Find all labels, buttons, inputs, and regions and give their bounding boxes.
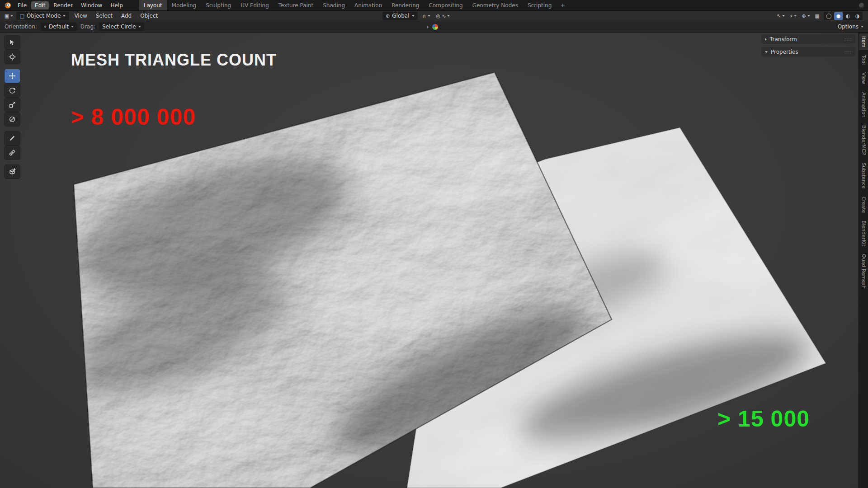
workspace-tab-layout[interactable]: Layout	[139, 0, 167, 10]
workspace-tab-scripting[interactable]: Scripting	[523, 0, 556, 10]
shading-wireframe-button[interactable]: ◯	[825, 12, 833, 20]
show-gizmo-dropdown[interactable]: ⌖	[789, 13, 797, 19]
tool-move-button[interactable]	[5, 69, 20, 83]
workspace-tab-compositing[interactable]: Compositing	[424, 0, 467, 10]
snap-toggle[interactable]: ∩	[422, 13, 431, 19]
sidebar-tab-animation[interactable]: Animation	[859, 89, 868, 120]
orientation-label: Orientation:	[5, 23, 37, 30]
drag-mode-dropdown[interactable]: Select Circle	[99, 23, 144, 31]
panel-transform-label: Transform	[770, 36, 797, 42]
orientation-default-value: Default	[49, 23, 69, 30]
mode-dropdown[interactable]: □ Object Mode	[16, 12, 69, 20]
annotation-title: MESH TRIANGLE COUNT	[71, 51, 277, 70]
tool-rotate-button[interactable]	[5, 84, 20, 97]
chevron-down-icon	[428, 15, 430, 17]
magnet-icon: ∩	[423, 14, 426, 19]
workspace-tab-geometry-nodes[interactable]: Geometry Nodes	[468, 0, 523, 10]
workspace-tab-texture-paint[interactable]: Texture Paint	[274, 0, 318, 10]
tool-annotate-button[interactable]	[5, 131, 20, 145]
workspace-tab-modeling[interactable]: Modeling	[167, 0, 201, 10]
chevron-down-icon	[10, 15, 13, 17]
blender-logo-icon[interactable]	[4, 1, 11, 9]
viewport-header: ▣ □ Object Mode View Select Add Object ⊕…	[0, 11, 868, 21]
menu-add[interactable]: Add	[118, 12, 135, 20]
tool-add-cube-button[interactable]	[5, 165, 20, 178]
menu-render[interactable]: Render	[50, 1, 76, 9]
object-visibility-dropdown[interactable]: ↖	[776, 13, 786, 19]
visibility-icon: ↖	[777, 14, 781, 19]
chevron-down-icon	[861, 26, 863, 28]
chevron-down-icon	[138, 26, 141, 28]
sidebar-tab-substance[interactable]: Substance	[859, 160, 868, 192]
orientation-default-dropdown[interactable]: ⌖ Default	[41, 23, 77, 31]
proportional-edit-icon: ◎	[436, 14, 441, 19]
panel-properties[interactable]: Properties ::::	[761, 47, 855, 56]
orientation-gizmo-icon: ⌖	[44, 24, 47, 29]
sidebar-tab-blendermcp[interactable]: BlenderMCP	[859, 122, 868, 158]
tool-settings-bar: Orientation: ⌖ Default Drag: Select Circ…	[0, 21, 868, 33]
chevron-down-icon	[794, 15, 797, 17]
menu-view[interactable]: View	[71, 12, 90, 20]
shading-rendered-button[interactable]: ◑	[853, 12, 862, 20]
sidebar-tab-quad-remesh[interactable]: Quad Remesh	[859, 251, 868, 291]
tool-scale-button[interactable]	[5, 98, 20, 112]
show-overlays-dropdown[interactable]: ⊚	[801, 13, 811, 19]
status-icon[interactable]	[859, 3, 864, 8]
measure-ruler-icon	[9, 149, 16, 156]
chevron-right-icon	[765, 38, 767, 41]
toolbar	[5, 36, 20, 178]
transform-icon	[9, 116, 16, 123]
collapsed-operator-panel[interactable]: ›	[426, 23, 438, 30]
editor-type-dropdown[interactable]: ▣	[4, 13, 14, 19]
tool-cursor-button[interactable]	[5, 50, 20, 64]
chevron-down-icon	[765, 51, 768, 53]
add-cube-icon	[9, 168, 16, 175]
sidebar-tab-create[interactable]: Create	[859, 194, 868, 216]
menu-select[interactable]: Select	[93, 12, 116, 20]
workspace-tabs: Layout Modeling Sculpting UV Editing Tex…	[139, 0, 569, 10]
workspace-tab-sculpting[interactable]: Sculpting	[201, 0, 236, 10]
chevron-down-icon	[63, 15, 66, 17]
workspace-tab-rendering[interactable]: Rendering	[387, 0, 424, 10]
panel-grip-icon[interactable]: ::::	[844, 37, 852, 42]
menu-edit[interactable]: Edit	[31, 1, 49, 9]
panel-transform[interactable]: Transform ::::	[761, 34, 855, 44]
orientation-dropdown[interactable]: ⊕ Global	[382, 12, 418, 20]
sidebar-tab-tool[interactable]: Tool	[859, 52, 868, 67]
sidebar-tab-blenderkit[interactable]: BlenderKit	[859, 218, 868, 249]
transform-snap-controls: ⊕ Global ∩ ◎ ∿	[382, 12, 451, 20]
options-dropdown[interactable]: Options	[838, 23, 863, 30]
workspace-tab-shading[interactable]: Shading	[318, 0, 349, 10]
annotate-pencil-icon	[9, 135, 16, 142]
scale-icon	[9, 101, 16, 108]
shading-material-button[interactable]: ◐	[844, 12, 852, 20]
chevron-down-icon	[412, 15, 415, 17]
sidebar-tab-view[interactable]: View	[859, 70, 868, 87]
workspace-tab-uv-editing[interactable]: UV Editing	[236, 0, 274, 10]
object-mode-icon: □	[19, 14, 24, 19]
globe-icon: ⊕	[386, 14, 390, 19]
chevron-down-icon	[447, 15, 450, 17]
viewport-3d[interactable]: Transform :::: Properties :::: Item Tool…	[0, 33, 868, 488]
move-icon	[9, 72, 16, 80]
tool-select-box-button[interactable]	[5, 36, 20, 49]
chevron-down-icon	[807, 15, 810, 17]
menu-object[interactable]: Object	[137, 12, 161, 20]
sidebar-tab-strip: Item Tool View Animation BlenderMCP Subs…	[859, 33, 868, 488]
add-workspace-button[interactable]: +	[557, 2, 569, 9]
xray-toggle[interactable]: ▦	[814, 13, 821, 19]
mode-label: Object Mode	[27, 13, 61, 19]
sidebar-tab-item[interactable]: Item	[859, 33, 868, 50]
topbar: File Edit Render Window Help Layout Mode…	[0, 0, 868, 11]
proportional-edit-toggle[interactable]: ◎ ∿	[435, 13, 451, 19]
tool-transform-button[interactable]	[5, 113, 20, 126]
tool-measure-button[interactable]	[5, 146, 20, 160]
workspace-tab-animation[interactable]: Animation	[350, 0, 387, 10]
falloff-icon: ∿	[442, 14, 446, 19]
viewport-display-controls: ↖ ⌖ ⊚ ▦ ◯ ● ◐ ◑	[776, 12, 864, 20]
menu-help[interactable]: Help	[107, 1, 126, 9]
shading-solid-button[interactable]: ●	[834, 12, 843, 20]
panel-grip-icon[interactable]: ::::	[844, 50, 852, 54]
menu-file[interactable]: File	[14, 1, 30, 9]
menu-window[interactable]: Window	[77, 1, 106, 9]
